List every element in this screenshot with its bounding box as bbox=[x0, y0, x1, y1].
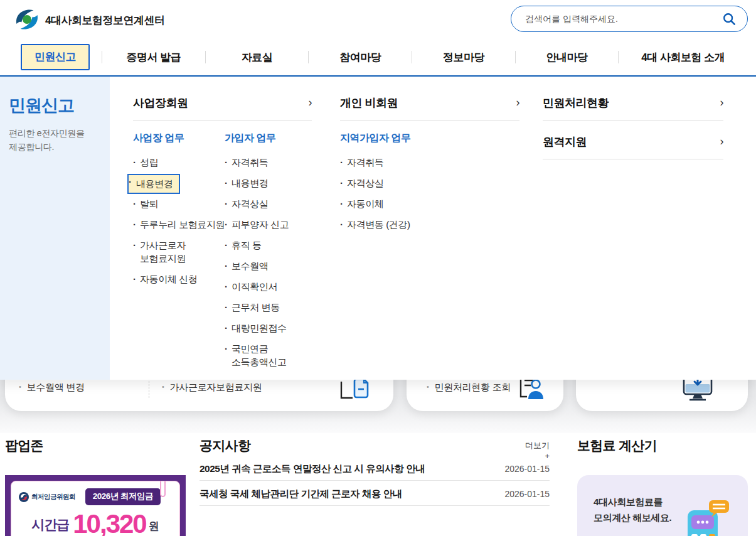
org-name: 최저임금위원회 bbox=[31, 493, 75, 501]
menu-item[interactable]: 국민연금 소득총액신고 bbox=[225, 342, 319, 368]
site-logo-icon[interactable] bbox=[14, 7, 40, 32]
calculator-card[interactable]: 4대사회보험료를 모의계산 해보세요. bbox=[577, 475, 748, 536]
search-input[interactable] bbox=[511, 14, 720, 24]
menu-item[interactable]: 휴직 등 bbox=[225, 239, 319, 252]
menu-item[interactable]: 대량민원접수 bbox=[225, 321, 319, 335]
search-button[interactable] bbox=[720, 12, 747, 26]
mega-menu-sidebar: 민원신고 편리한 e전자민원을 제공합니다. bbox=[0, 77, 110, 380]
menu-item[interactable]: 근무처 변동 bbox=[225, 301, 319, 314]
calculator-title: 보험료 계산기 bbox=[577, 437, 657, 454]
menu-item-highlighted[interactable]: 내용변경 bbox=[127, 174, 180, 194]
menu-item[interactable]: 내용변경 bbox=[225, 176, 319, 190]
nav-item-information[interactable]: 정보마당 bbox=[412, 50, 515, 65]
menu-item[interactable]: 자격변동 (건강) bbox=[340, 218, 466, 231]
header: 4대사회보험정보연계센터 bbox=[0, 0, 756, 39]
quick-link-monthly-salary-change[interactable]: 보수월액 변경 bbox=[19, 382, 85, 394]
poster-badge: 2026년 최저임금 bbox=[85, 488, 161, 505]
chevron-right-icon: › bbox=[516, 96, 520, 109]
page: 4대사회보험정보연계센터 민원신고 증명서 발급 자료실 참여마당 정보마당 안… bbox=[0, 0, 756, 536]
nav-item-about[interactable]: 4대 사회보험 소개 bbox=[619, 50, 747, 65]
menu-item[interactable]: 자격취득 bbox=[340, 156, 466, 169]
menu-item[interactable]: 가사근로자 보험료지원 bbox=[133, 239, 227, 265]
poster-main-line: 시간급10,320원 bbox=[11, 509, 179, 536]
mega-list-regional: 자격취득 자격상실 자동이체 자격변동 (건강) bbox=[340, 156, 466, 239]
mega-subheader-regional-tasks: 지역가입자 업무 bbox=[340, 132, 410, 145]
mega-group-complaint-status[interactable]: 민원처리현황 › bbox=[543, 95, 723, 110]
quick-link-domestic-worker-support[interactable]: 가사근로자보험료지원 bbox=[162, 382, 262, 394]
nav-item-minwon[interactable]: 민원신고 bbox=[9, 44, 102, 70]
calculator-illustration-icon bbox=[685, 499, 730, 536]
menu-item[interactable]: 자동이체 bbox=[340, 197, 466, 210]
mega-group-business-member[interactable]: 사업장회원 › bbox=[133, 95, 312, 110]
quick-link-complaint-status[interactable]: 민원처리현황 조회 bbox=[427, 382, 511, 394]
poster-inner: 최저임금위원회 2026년 최저임금 시간급10,320원 월 환산액2,156… bbox=[11, 481, 180, 536]
mega-subheader-workplace-tasks: 사업장 업무 bbox=[133, 132, 184, 145]
menu-item[interactable]: 이직확인서 bbox=[225, 280, 319, 293]
paperclip-icon bbox=[160, 481, 166, 497]
divider bbox=[543, 121, 723, 121]
popup-zone-poster[interactable]: 최저임금위원회 2026년 최저임금 시간급10,320원 월 환산액2,156… bbox=[5, 475, 186, 536]
mega-menu-title: 민원신고 bbox=[9, 94, 74, 117]
nav-item-certificates[interactable]: 증명서 발급 bbox=[102, 50, 205, 65]
menu-item[interactable]: 탈퇴 bbox=[133, 197, 227, 210]
menu-item[interactable]: 두루누리 보험료지원 bbox=[133, 218, 227, 231]
search-box bbox=[511, 6, 748, 32]
notice-row[interactable]: 2025년 귀속 근로소득 연말정산 신고 시 유의사항 안내 2026-01-… bbox=[200, 457, 550, 481]
mega-menu-panel: 민원신고 편리한 e전자민원을 제공합니다. 사업장회원 › 개인 비회원 › … bbox=[0, 77, 756, 380]
divider bbox=[133, 121, 312, 121]
mega-list-workplace: 성립 내용변경 탈퇴 두루누리 보험료지원 가사근로자 보험료지원 자동이체 신… bbox=[133, 156, 227, 293]
mega-group-remote-support[interactable]: 원격지원 › bbox=[543, 134, 723, 149]
mega-menu-subtitle: 편리한 e전자민원을 제공합니다. bbox=[9, 127, 85, 154]
government-emblem-icon bbox=[19, 492, 29, 502]
menu-item[interactable]: 자격상실 bbox=[340, 176, 466, 190]
nav-item-minwon-label: 민원신고 bbox=[21, 44, 90, 70]
divider bbox=[340, 121, 519, 121]
menu-item[interactable]: 자동이체 신청 bbox=[133, 272, 227, 286]
nav-item-participation[interactable]: 참여마당 bbox=[309, 50, 412, 65]
search-icon bbox=[722, 12, 736, 26]
mega-subheader-subscriber-tasks: 가입자 업무 bbox=[225, 132, 275, 145]
mega-list-subscriber: 자격취득 내용변경 자격상실 피부양자 신고 휴직 등 보수월액 이직확인서 근… bbox=[225, 156, 319, 376]
poster-header-row: 최저임금위원회 2026년 최저임금 bbox=[11, 488, 179, 505]
chevron-right-icon: › bbox=[720, 96, 724, 109]
menu-item[interactable]: 성립 bbox=[133, 156, 227, 169]
org-logo: 최저임금위원회 bbox=[19, 492, 75, 502]
chevron-right-icon: › bbox=[720, 135, 724, 148]
popup-zone-title: 팝업존 bbox=[5, 437, 43, 454]
nav-item-guide[interactable]: 안내마당 bbox=[516, 50, 619, 65]
mega-group-individual-nonmember[interactable]: 개인 비회원 › bbox=[340, 95, 519, 110]
menu-item[interactable]: 보수월액 bbox=[225, 259, 319, 272]
divider bbox=[543, 159, 723, 159]
menu-item[interactable]: 피부양자 신고 bbox=[225, 218, 319, 231]
menu-item[interactable]: 자격취득 bbox=[225, 156, 319, 169]
menu-item[interactable]: 자격상실 bbox=[225, 197, 319, 210]
main-nav: 민원신고 증명서 발급 자료실 참여마당 정보마당 안내마당 4대 사회보험 소… bbox=[0, 39, 756, 77]
notices-title: 공지사항 bbox=[200, 437, 250, 454]
nav-item-library[interactable]: 자료실 bbox=[206, 50, 309, 65]
chevron-right-icon: › bbox=[309, 96, 312, 109]
calculator-description: 4대사회보험료를 모의계산 해보세요. bbox=[594, 494, 671, 525]
site-title[interactable]: 4대사회보험정보연계센터 bbox=[45, 13, 164, 28]
notice-row[interactable]: 국세청 국세 체납관리단 기간제 근로자 채용 안내 2026-01-15 bbox=[200, 482, 550, 506]
